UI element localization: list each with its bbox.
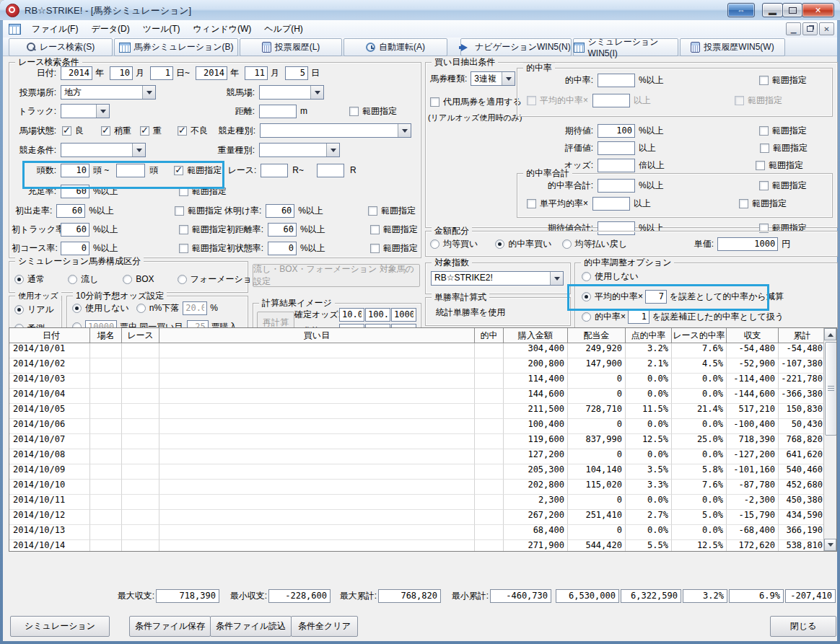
- fixed-odds-input-3[interactable]: [391, 308, 416, 322]
- odds-filter-input[interactable]: [598, 159, 635, 172]
- kousei-box-radio[interactable]: [123, 275, 132, 284]
- kitai-input[interactable]: [598, 124, 635, 138]
- menu-window[interactable]: ウィンドウ(W): [187, 22, 258, 36]
- vertical-scrollbar[interactable]: [823, 328, 836, 551]
- hatsu-shusso-range-checkbox[interactable]: [175, 206, 184, 216]
- hatsu-track-input[interactable]: [61, 223, 89, 237]
- tan-avg-checkbox[interactable]: [527, 199, 536, 208]
- mdi-close-button[interactable]: ✕: [819, 22, 834, 35]
- target-index-select[interactable]: RB☆STRIKE2!: [431, 271, 564, 286]
- col-header-race[interactable]: レース: [122, 328, 159, 343]
- kousei-nagashi-radio[interactable]: [68, 275, 77, 284]
- minimize-button[interactable]: ▬: [762, 3, 783, 17]
- menu-file[interactable]: ファイル(F): [25, 22, 84, 36]
- hit-total-input[interactable]: [598, 179, 635, 193]
- hit-total-range-checkbox[interactable]: [759, 181, 769, 190]
- daiyo-checkbox[interactable]: [430, 97, 439, 107]
- baba-yayaomo-checkbox[interactable]: [101, 126, 110, 136]
- load-conditions-button[interactable]: 条件ファイル読込: [210, 616, 292, 637]
- date-month-from-input[interactable]: [110, 66, 133, 80]
- race-type-select[interactable]: [260, 123, 411, 138]
- col-header-hit[interactable]: 的中: [475, 328, 504, 343]
- weight-type-select[interactable]: [259, 143, 340, 157]
- distance-input[interactable]: [259, 105, 297, 118]
- yasumi-input[interactable]: [266, 204, 294, 218]
- hatsu-joutai-input[interactable]: [268, 242, 297, 255]
- table-row[interactable]: 2014/10/02200,800147,9002.1%4.5%-52,900-…: [9, 358, 836, 374]
- race-to-input[interactable]: [317, 164, 344, 177]
- table-row[interactable]: 2014/10/05211,500728,71011.5%21.4%517,21…: [9, 404, 836, 419]
- hyouka-input[interactable]: [598, 141, 635, 155]
- amount-equal-radio[interactable]: [430, 239, 439, 249]
- hatsu-track-range-checkbox[interactable]: [179, 225, 188, 234]
- clear-conditions-button[interactable]: 条件全クリア: [291, 616, 358, 637]
- scroll-down-button[interactable]: [824, 539, 836, 551]
- odds-range-checkbox[interactable]: [756, 161, 765, 170]
- table-row[interactable]: 2014/10/14271,900544,4205.5%12.5%172,620…: [9, 540, 836, 552]
- odds-real-radio[interactable]: [14, 305, 24, 314]
- baba-omo-checkbox[interactable]: [140, 126, 149, 136]
- adjust-hit-radio[interactable]: [582, 312, 591, 322]
- toolbar-auto-run-button[interactable]: 自動運転(A): [344, 38, 447, 56]
- toolbar-navigation-win5-button[interactable]: ナビゲーションWIN5(N): [460, 38, 572, 56]
- tanka-input[interactable]: [717, 237, 778, 251]
- kousei-normal-radio[interactable]: [14, 275, 24, 284]
- close-window-button[interactable]: 閉じる: [770, 616, 836, 637]
- toolbar-simulation-win5-button[interactable]: シミュレーションWIN5(I): [573, 38, 678, 56]
- table-row[interactable]: 2014/10/01304,400249,9203.2%7.6%-54,480-…: [9, 343, 836, 358]
- hit-rate-input[interactable]: [598, 74, 635, 87]
- table-row[interactable]: 2014/10/03114,40000.0%0.0%-114,400-221,7…: [9, 374, 836, 389]
- table-row[interactable]: 2014/10/08127,20000.0%0.0%-127,200641,62…: [9, 449, 836, 464]
- table-row[interactable]: 2014/10/12267,200251,4102.7%5.0%-15,7904…: [9, 510, 836, 525]
- adjust-hit-input[interactable]: [628, 310, 649, 324]
- table-row[interactable]: 2014/10/09205,300104,1403.5%5.8%-101,160…: [9, 464, 836, 480]
- fixed-odds-input-2[interactable]: [365, 308, 390, 322]
- yasumi-range-checkbox[interactable]: [368, 206, 377, 216]
- menu-help[interactable]: ヘルプ(H): [258, 22, 310, 36]
- pre10-none-radio[interactable]: [72, 304, 82, 313]
- taishouba-settings-button[interactable]: 流し・BOX・フォーメーション 対象馬の設定: [253, 264, 420, 287]
- scroll-up-button[interactable]: [824, 328, 836, 340]
- ticket-type-select[interactable]: 3連複: [471, 71, 515, 86]
- avg-hit-rate-input[interactable]: [592, 94, 630, 107]
- adjust-avg-input[interactable]: [645, 290, 667, 304]
- adjust-avg-radio[interactable]: [582, 292, 591, 301]
- menu-tools[interactable]: ツール(T): [136, 22, 187, 36]
- hatsu-kyori-input[interactable]: [268, 223, 297, 237]
- toolbar-vote-history-win5-button[interactable]: 投票履歴WIN5(W): [680, 38, 785, 56]
- hatsu-shusso-input[interactable]: [56, 204, 85, 218]
- tan-avg-range-checkbox[interactable]: [739, 199, 748, 208]
- kitai-range-checkbox[interactable]: [759, 126, 769, 136]
- amount-hitrate-radio[interactable]: [495, 239, 504, 249]
- hyouka-range-checkbox[interactable]: [760, 144, 769, 153]
- course-select[interactable]: [259, 85, 324, 100]
- date-day-from-input[interactable]: [150, 66, 173, 80]
- fixed-odds-input-1[interactable]: [339, 308, 364, 322]
- menu-data[interactable]: データ(D): [84, 22, 136, 36]
- title-bar[interactable]: RB☆STRIKE! - [馬券シミュレーション] ⇔ ▬ ✕: [0, 0, 840, 21]
- tousuu-range-checkbox[interactable]: [174, 166, 183, 175]
- hatsu-kyori-range-checkbox[interactable]: [370, 225, 380, 234]
- tan-avg-input[interactable]: [592, 197, 630, 211]
- table-row[interactable]: 2014/10/1368,40000.0%0.0%-68,400366,190: [9, 525, 836, 540]
- table-row[interactable]: 2014/10/07119,600837,99012.5%25.0%718,39…: [9, 434, 836, 449]
- scrollbar-thumb[interactable]: [825, 342, 837, 436]
- table-row[interactable]: 2014/10/06100,40000.0%0.0%-100,40050,430: [9, 419, 836, 434]
- date-year-to-input[interactable]: [196, 66, 227, 80]
- tousuu-max-input[interactable]: [116, 164, 145, 177]
- table-row[interactable]: 2014/10/04144,60000.0%0.0%-144,600-366,3…: [9, 389, 836, 404]
- baba-yoshi-checkbox[interactable]: [62, 126, 71, 136]
- close-button[interactable]: ✕: [802, 3, 834, 17]
- simulate-button[interactable]: シミュレーション: [10, 616, 110, 637]
- hatsu-joutai-range-checkbox[interactable]: [370, 244, 380, 253]
- date-month-to-input[interactable]: [245, 66, 268, 80]
- mdi-restore-button[interactable]: [802, 22, 818, 35]
- col-header-point-rate[interactable]: 点的中率: [626, 328, 672, 343]
- kousei-formation-radio[interactable]: [178, 275, 187, 284]
- col-header-kaime[interactable]: 買い目: [159, 328, 475, 343]
- col-header-balance[interactable]: 収支: [727, 328, 779, 343]
- col-header-purchase[interactable]: 購入金額: [504, 328, 568, 343]
- pre10-drop-radio[interactable]: [136, 304, 146, 313]
- juusoku-input[interactable]: [61, 185, 89, 198]
- col-header-date[interactable]: 日付: [9, 328, 90, 343]
